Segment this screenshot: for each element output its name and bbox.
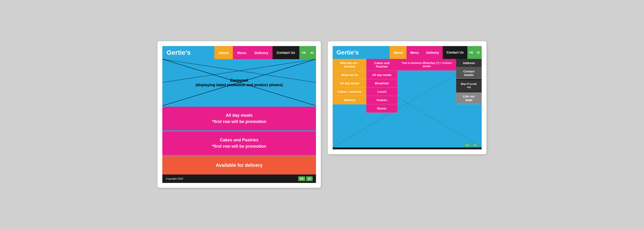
section-delivery-line1: Available for delivery [169, 163, 310, 168]
right-menu-dropdown: Cakes and Pastries All day meals Breakfa… [366, 59, 397, 113]
right-mockup: Gertie's About Menu Delivery Contact Us … [328, 41, 486, 154]
right-nav-ig[interactable]: IG [475, 46, 482, 59]
about-item-allday[interactable]: All day meals [333, 79, 366, 88]
right-dropdown-area: Who we are - timeline What we do All day… [333, 59, 482, 113]
contact-item-map[interactable]: Map (*Locate us) [456, 80, 482, 92]
left-section-cakes: Cakes and Pastries *first row will be pr… [162, 130, 316, 155]
left-nav-about[interactable]: About [214, 46, 233, 59]
section-cakes-line2: *first row will be promotion [168, 143, 310, 150]
carousel-subtitle: (displaying latest promotion and product… [196, 83, 283, 87]
about-item-who[interactable]: Who we are - timeline [333, 59, 366, 71]
left-carousel: Carousel (displaying latest promotion an… [162, 59, 316, 106]
delivery-item-whatsapp[interactable]: *link to business WhatsApp (?) + Contact… [397, 59, 456, 71]
left-footer-ig[interactable]: IG [306, 176, 313, 181]
menu-item-cakes[interactable]: Cakes and Pastries [366, 59, 397, 71]
left-section-delivery: Available for delivery [162, 155, 316, 175]
right-navbar: Gertie's About Menu Delivery Contact Us … [333, 46, 482, 59]
menu-item-dinner[interactable]: Dinner [366, 104, 397, 113]
contact-item-like[interactable]: Like our page [456, 92, 482, 104]
about-item-what[interactable]: What we do [333, 71, 366, 79]
section-allday-line1: All day meals [168, 112, 310, 119]
right-delivery-dropdown: *link to business WhatsApp (?) + Contact… [397, 59, 456, 113]
section-allday-line2: *first row will be promotion [168, 119, 310, 125]
menu-item-breakfast[interactable]: Breakfast [366, 79, 397, 88]
right-nav-about[interactable]: About [390, 46, 406, 59]
left-footer-fb[interactable]: FB [298, 176, 306, 181]
right-footer-fb[interactable]: FB [464, 143, 471, 147]
contact-item-details[interactable]: Contact details [456, 67, 482, 79]
about-item-delivery[interactable]: Delivery [333, 96, 366, 104]
right-contact-dropdown: Address Contact details Map (*Locate us)… [456, 59, 482, 113]
left-nav-menu[interactable]: Menu [233, 46, 250, 59]
left-footer: Copyright 2020 FB IG [162, 175, 316, 183]
right-logo: Gertie's [333, 46, 362, 59]
carousel-title: Carousel [196, 78, 283, 83]
right-dropdown-overlay: Gertie's About Menu Delivery Contact Us … [333, 46, 482, 149]
right-nav-menu[interactable]: Menu [406, 46, 422, 59]
right-footer-ig[interactable]: IG [472, 143, 478, 147]
right-about-dropdown: Who we are - timeline What we do All day… [333, 59, 366, 113]
section-cakes-line1: Cakes and Pastries [168, 137, 310, 143]
right-nav-fb[interactable]: FB [467, 46, 475, 59]
right-nav-items: About Menu Delivery Contact Us FB IG [390, 46, 482, 59]
left-navbar: Gertie's About Menu Delivery Contact Us … [162, 46, 316, 59]
left-nav-delivery[interactable]: Delivery [250, 46, 272, 59]
menu-item-allday[interactable]: All day meals [366, 71, 397, 79]
about-item-cakes[interactable]: Cakes + pastries [333, 88, 366, 96]
left-footer-socials: FB IG [298, 176, 313, 181]
menu-item-lunch[interactable]: Lunch [366, 88, 397, 96]
left-site-frame: Gertie's About Menu Delivery Contact Us … [162, 46, 316, 183]
left-nav-ig[interactable]: IG [308, 46, 316, 59]
left-mockup: Gertie's About Menu Delivery Contact Us … [158, 41, 321, 188]
menu-item-snacks[interactable]: Snacks [366, 96, 397, 104]
right-nav-contact[interactable]: Contact Us [443, 46, 467, 59]
left-nav-contact[interactable]: Contact Us [272, 46, 299, 59]
right-nav-delivery[interactable]: Delivery [422, 46, 443, 59]
left-nav-items: About Menu Delivery Contact Us FB IG [214, 46, 316, 59]
page-wrapper: Gertie's About Menu Delivery Contact Us … [158, 41, 486, 188]
right-site-frame: Gertie's About Menu Delivery Contact Us … [332, 46, 482, 150]
left-logo: Gertie's [162, 46, 195, 59]
left-footer-copy: Copyright 2020 [166, 177, 183, 180]
left-section-allday: All day meals *first row will be promoti… [162, 106, 316, 130]
contact-item-address[interactable]: Address [456, 59, 482, 67]
carousel-text-block: Carousel (displaying latest promotion an… [196, 78, 283, 87]
left-nav-fb[interactable]: FB [299, 46, 308, 59]
